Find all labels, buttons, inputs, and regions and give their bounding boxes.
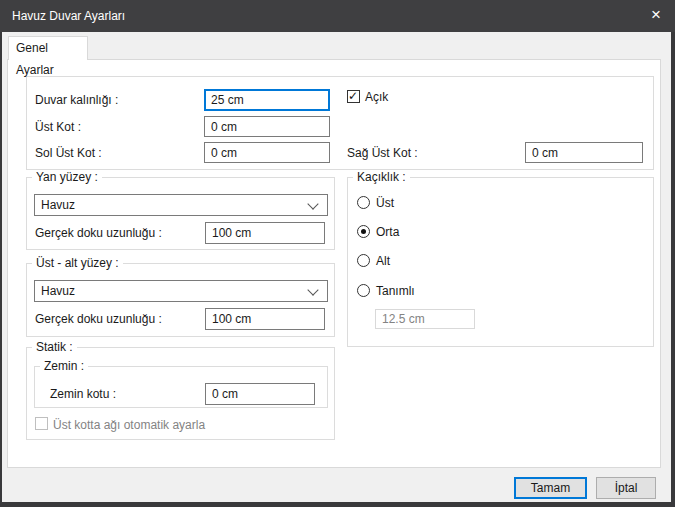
- auto-net-checkbox-label: Üst kotta ağı otomatik ayarla: [53, 418, 205, 432]
- cancel-button[interactable]: İptal: [596, 477, 656, 499]
- top-bottom-texture-length-label: Gerçek doku uzunluğu :: [35, 312, 162, 326]
- chevron-down-icon: [307, 284, 318, 295]
- offset-radio-ust-label: Üst: [376, 196, 394, 210]
- offset-radio-orta[interactable]: [357, 225, 370, 238]
- top-bottom-texture-length-input[interactable]: [205, 308, 325, 330]
- tab-label: Genel Ayarlar: [16, 41, 54, 77]
- left-top-elevation-input[interactable]: [204, 142, 330, 163]
- offset-radio-orta-label: Orta: [376, 225, 399, 239]
- side-surface-legend: Yan yüzey :: [32, 170, 102, 184]
- offset-legend: Kaçıklık :: [353, 170, 410, 184]
- open-checkbox-label: Açık: [365, 90, 388, 104]
- offset-radio-ust[interactable]: [357, 196, 370, 209]
- close-icon[interactable]: ×: [642, 0, 670, 32]
- tab-genel-ayarlar[interactable]: Genel Ayarlar: [8, 36, 88, 60]
- ground-legend: Zemin :: [40, 359, 88, 373]
- dialog-border-bottom: [0, 502, 675, 507]
- offset-custom-input[interactable]: [375, 309, 475, 329]
- top-elevation-input[interactable]: [204, 116, 330, 137]
- auto-net-checkbox[interactable]: [35, 417, 48, 430]
- window-title: Havuz Duvar Ayarları: [12, 0, 125, 32]
- dialog-border-right: [671, 32, 675, 507]
- pool-wall-settings-dialog: Havuz Duvar Ayarları × Genel Ayarlar Duv…: [0, 0, 675, 507]
- top-elevation-label: Üst Kot :: [35, 120, 81, 134]
- offset-radio-alt-label: Alt: [376, 254, 390, 268]
- ok-button[interactable]: Tamam: [514, 477, 587, 499]
- side-surface-material-select[interactable]: Havuz: [34, 194, 328, 216]
- checkmark-icon: ✓: [348, 89, 358, 103]
- offset-radio-tanimli-label: Tanımlı: [376, 284, 415, 298]
- offset-radio-alt[interactable]: [357, 254, 370, 267]
- titlebar: Havuz Duvar Ayarları ×: [0, 0, 675, 32]
- ground-elevation-label: Zemin kotu :: [50, 387, 116, 401]
- top-bottom-surface-legend: Üst - alt yüzey :: [32, 256, 123, 270]
- right-top-elevation-label: Sağ Üst Kot :: [347, 146, 418, 160]
- wall-thickness-input[interactable]: [204, 89, 330, 111]
- offset-radio-tanimli[interactable]: [357, 284, 370, 297]
- statik-legend: Statik :: [32, 340, 77, 354]
- right-top-elevation-input[interactable]: [525, 142, 643, 163]
- ground-elevation-input[interactable]: [205, 383, 315, 405]
- dialog-border-left: [0, 32, 2, 507]
- side-surface-material-value: Havuz: [41, 198, 75, 212]
- side-texture-length-input[interactable]: [205, 222, 325, 244]
- wall-thickness-label: Duvar kalınlığı :: [35, 93, 118, 107]
- top-bottom-material-value: Havuz: [41, 284, 75, 298]
- left-top-elevation-label: Sol Üst Kot :: [35, 146, 102, 160]
- side-texture-length-label: Gerçek doku uzunluğu :: [35, 226, 162, 240]
- chevron-down-icon: [307, 198, 318, 209]
- open-checkbox[interactable]: ✓: [347, 90, 360, 103]
- top-bottom-material-select[interactable]: Havuz: [34, 280, 328, 302]
